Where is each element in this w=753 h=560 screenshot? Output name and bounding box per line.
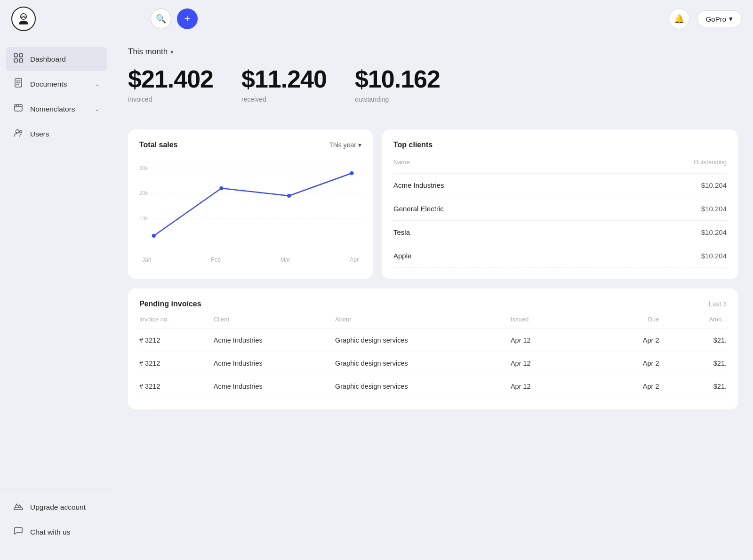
cards-row: Total sales This year ▾ 30k 20k <box>128 129 738 279</box>
invoices-col-about: About <box>335 316 511 329</box>
invoice-issued: Apr 12 <box>511 375 592 398</box>
gopro-chevron-icon: ▾ <box>729 15 733 23</box>
chart-label-mar: Mar <box>280 256 290 263</box>
stat-invoiced-label: invoiced <box>128 96 213 103</box>
sidebar-item-dashboard[interactable]: Dashboard <box>6 47 107 71</box>
client-name: Apple <box>393 244 595 268</box>
invoice-table-row: # 3212 Acme Industries Graphic design se… <box>139 375 727 398</box>
invoice-about: Graphic design services <box>335 352 511 375</box>
period-selector: This month ▾ <box>128 47 738 56</box>
client-name: Acme Industries <box>393 174 595 197</box>
invoice-issued: Apr 12 <box>511 352 592 375</box>
pending-header: Pending invoices Last 3 <box>139 300 727 308</box>
invoice-number: # 3212 <box>139 352 214 375</box>
chart-x-labels: Jan Feb Mar Apr <box>139 256 361 263</box>
client-outstanding: $10.204 <box>595 244 727 268</box>
clients-col-name: Name <box>393 159 595 174</box>
chart-svg: 30k 20k 10k <box>139 159 361 253</box>
gopro-button[interactable]: GoPro ▾ <box>697 10 742 27</box>
chat-icon <box>13 526 24 538</box>
sidebar-item-nomenclators[interactable]: Nomenclators ⌄ <box>6 97 107 121</box>
invoices-col-due: Due <box>592 316 659 329</box>
chart-card: Total sales This year ▾ 30k 20k <box>128 129 373 279</box>
clients-title: Top clients <box>393 141 433 149</box>
main-content: This month ▾ $21.402 invoiced $11.240 re… <box>113 38 753 560</box>
notifications-button[interactable]: 🔔 <box>669 8 689 29</box>
invoice-about: Graphic design services <box>335 375 511 398</box>
svg-point-27 <box>287 194 291 198</box>
clients-table-row: Apple $10.204 <box>393 244 727 268</box>
sidebar-dashboard-label: Dashboard <box>30 55 100 64</box>
pending-period: Last 3 <box>709 300 727 308</box>
svg-rect-6 <box>19 54 23 57</box>
period-button[interactable]: This month ▾ <box>128 47 174 56</box>
users-icon <box>13 128 24 140</box>
svg-point-15 <box>18 105 19 106</box>
invoices-table: Invoice no. Client About Issued Due Amo.… <box>139 316 727 398</box>
stat-invoiced-value: $21.402 <box>128 66 213 93</box>
search-button[interactable]: 🔍 <box>151 8 171 29</box>
clients-card: Top clients Name Outstanding Acme Indust… <box>382 129 738 279</box>
svg-point-17 <box>20 131 22 133</box>
nav-right: 🔔 GoPro ▾ <box>669 8 742 29</box>
stat-outstanding: $10.162 outstanding <box>355 66 440 103</box>
stat-received: $11.240 received <box>241 66 327 103</box>
client-name: General Electric <box>393 197 595 221</box>
invoices-col-invoice: Invoice no. <box>139 316 214 329</box>
invoice-about: Graphic design services <box>335 329 511 352</box>
period-chevron-icon: ▾ <box>170 48 174 56</box>
chat-label: Chat with us <box>30 528 70 536</box>
dashboard-icon <box>13 53 24 65</box>
invoice-client: Acme Industries <box>214 375 335 398</box>
logo-avatar <box>11 7 36 31</box>
sidebar-item-upgrade[interactable]: Upgrade account <box>6 495 107 519</box>
invoice-amount: $21. <box>659 329 727 352</box>
clients-table-row: Acme Industries $10.204 <box>393 174 727 197</box>
app-body: Dashboard Documents ⌄ Nomenclators ⌄ <box>0 38 753 560</box>
stats-row: $21.402 invoiced $11.240 received $10.16… <box>128 66 738 112</box>
sidebar-documents-label: Documents <box>30 80 88 88</box>
chart-label-jan: Jan <box>142 256 151 263</box>
invoices-col-amount: Amo... <box>659 316 727 329</box>
invoice-due: Apr 2 <box>592 352 659 375</box>
svg-point-25 <box>152 234 156 238</box>
clients-col-outstanding: Outstanding <box>595 159 727 174</box>
invoice-number: # 3212 <box>139 375 214 398</box>
clients-table-header-row: Name Outstanding <box>393 159 727 174</box>
svg-rect-18 <box>14 508 23 510</box>
chart-period-button[interactable]: This year ▾ <box>329 141 361 149</box>
add-button[interactable]: + <box>177 8 198 29</box>
stat-outstanding-value: $10.162 <box>355 66 440 93</box>
sidebar: Dashboard Documents ⌄ Nomenclators ⌄ <box>0 38 113 560</box>
client-name: Tesla <box>393 221 595 244</box>
sidebar-nomenclators-label: Nomenclators <box>30 105 88 113</box>
invoice-client: Acme Industries <box>214 352 335 375</box>
invoices-col-client: Client <box>214 316 335 329</box>
invoice-client: Acme Industries <box>214 329 335 352</box>
nomenclators-icon <box>13 103 24 115</box>
sidebar-item-documents[interactable]: Documents ⌄ <box>6 72 107 96</box>
invoices-col-issued: Issued <box>511 316 592 329</box>
svg-text:30k: 30k <box>139 165 148 171</box>
svg-rect-8 <box>19 59 23 62</box>
invoice-due: Apr 2 <box>592 329 659 352</box>
invoices-header-row: Invoice no. Client About Issued Due Amo.… <box>139 316 727 329</box>
stat-outstanding-label: outstanding <box>355 96 440 103</box>
stat-received-label: received <box>241 96 327 103</box>
sidebar-item-chat[interactable]: Chat with us <box>6 520 107 544</box>
svg-text:20k: 20k <box>139 190 148 196</box>
svg-point-14 <box>16 105 17 106</box>
sidebar-item-users[interactable]: Users <box>6 122 107 146</box>
period-label: This month <box>128 47 168 56</box>
client-outstanding: $10.204 <box>595 221 727 244</box>
stat-received-value: $11.240 <box>241 66 327 93</box>
client-outstanding: $10.204 <box>595 197 727 221</box>
invoice-table-row: # 3212 Acme Industries Graphic design se… <box>139 352 727 375</box>
clients-table-row: General Electric $10.204 <box>393 197 727 221</box>
sidebar-bottom: Upgrade account Chat with us <box>0 489 113 551</box>
chart-label-feb: Feb <box>211 256 221 263</box>
clients-table-row: Tesla $10.204 <box>393 221 727 244</box>
svg-text:10k: 10k <box>139 216 148 221</box>
sidebar-users-label: Users <box>30 130 100 138</box>
svg-rect-5 <box>14 54 17 57</box>
